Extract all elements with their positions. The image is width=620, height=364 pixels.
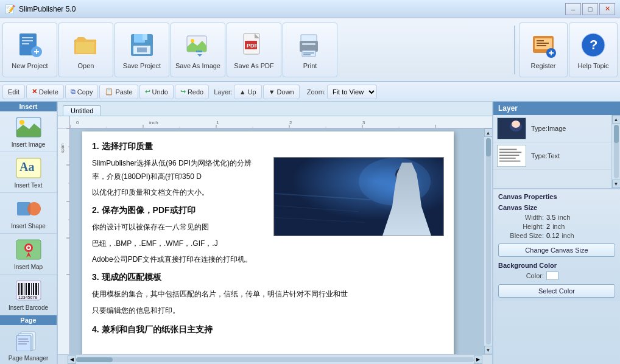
- canvas-scroll[interactable]: 1. 选择打印质量: [70, 128, 484, 354]
- insert-image-button[interactable]: Insert Image: [0, 111, 57, 152]
- register-label: Register: [531, 62, 556, 69]
- undo-icon: ↩: [145, 88, 150, 96]
- save-project-button[interactable]: Save Project: [114, 23, 169, 77]
- svg-rect-64: [18, 341, 29, 342]
- save-as-pdf-label: Save As PDF: [234, 62, 273, 69]
- minimize-button[interactable]: –: [565, 3, 581, 15]
- save-as-pdf-button[interactable]: PDF Save As PDF: [227, 23, 281, 77]
- titlebar-left: 📝 SlimPublisher 5.0: [5, 4, 76, 14]
- svg-rect-30: [537, 40, 544, 41]
- register-button[interactable]: Register: [519, 23, 568, 77]
- copy-button[interactable]: ⧉ Copy: [65, 85, 99, 99]
- hscroll-right[interactable]: ▶: [474, 355, 482, 364]
- vscroll-track[interactable]: [486, 138, 491, 345]
- doc-text-5: Adobe公司PDF文件或直接打印在连接的打印机。: [92, 253, 444, 267]
- paste-button[interactable]: 📋 Paste: [99, 85, 138, 99]
- open-button[interactable]: Open: [58, 23, 113, 77]
- insert-shape-icon: [14, 197, 43, 221]
- layer-type-text: Type:Text: [531, 152, 560, 159]
- insert-shape-button[interactable]: Insert Shape: [0, 193, 57, 234]
- sidebar: Insert Insert Image Aa Insert Text: [0, 102, 58, 364]
- insert-barcode-label: Insert Barcode: [9, 304, 48, 311]
- svg-rect-13: [137, 47, 147, 52]
- canvas-vscrollbar[interactable]: ▲ ▼: [484, 128, 492, 354]
- canvas-props-title: Canvas Properties: [498, 193, 615, 200]
- paste-icon: 📋: [105, 88, 113, 96]
- save-project-label: Save Project: [123, 62, 161, 69]
- svg-rect-50: [18, 283, 19, 295]
- bleed-value: 0.12: [546, 232, 559, 239]
- svg-rect-63: [18, 338, 28, 340]
- svg-text:3: 3: [362, 120, 365, 125]
- insert-text-button[interactable]: Aa Insert Text: [0, 152, 57, 193]
- select-color-button[interactable]: Select Color: [498, 284, 615, 298]
- undo-button[interactable]: ↩ Undo: [139, 85, 174, 99]
- color-row: Color:: [498, 271, 615, 280]
- svg-text:0: 0: [76, 120, 79, 125]
- help-topic-button[interactable]: ? Help Topic: [569, 23, 618, 77]
- hscroll-left[interactable]: ◀: [68, 355, 76, 364]
- hscroll-thumb[interactable]: [76, 357, 113, 362]
- layer-item-text[interactable]: Type:Text: [493, 142, 611, 170]
- doc-heading-1: 1. 选择打印质量: [92, 139, 444, 154]
- svg-rect-11: [143, 34, 147, 40]
- zoom-select[interactable]: Fit to View 50% 75% 100% 150% 200%: [327, 85, 377, 99]
- up-button[interactable]: ▲ Up: [234, 85, 262, 99]
- page-manager-button[interactable]: Page Manager: [0, 325, 57, 364]
- svg-rect-1: [22, 37, 33, 38]
- doc-content: 1. 选择打印质量: [92, 139, 444, 338]
- svg-rect-26: [303, 52, 314, 54]
- layer-vscroll-thumb[interactable]: [614, 125, 619, 143]
- save-as-image-icon: [183, 30, 213, 60]
- titlebar-controls: – □ ✕: [565, 3, 615, 15]
- ruler-corner: [58, 116, 70, 128]
- svg-rect-17: [196, 51, 202, 52]
- svg-rect-54: [28, 283, 30, 295]
- layer-item-image[interactable]: Type:Image: [493, 115, 611, 142]
- print-label: Print: [303, 62, 317, 69]
- svg-point-93: [396, 170, 411, 187]
- vscroll-thumb[interactable]: [486, 138, 491, 156]
- down-button[interactable]: ▼ Down: [263, 85, 300, 99]
- svg-point-40: [19, 120, 24, 125]
- color-label: Color:: [498, 272, 544, 279]
- layer-type-image: Type:Image: [531, 125, 566, 132]
- canvas-hscrollbar[interactable]: ◀ ▶: [58, 354, 492, 364]
- save-project-icon: [127, 30, 157, 60]
- vscroll-up[interactable]: ▲: [484, 128, 493, 137]
- new-project-label: New Project: [12, 62, 48, 69]
- copy-icon: ⧉: [71, 88, 76, 96]
- delete-button[interactable]: ✕ Delete: [26, 85, 64, 99]
- svg-point-48: [27, 247, 30, 249]
- edit-button[interactable]: Edit: [2, 85, 25, 99]
- print-button[interactable]: Print: [283, 23, 337, 77]
- svg-rect-57: [35, 283, 37, 295]
- height-unit: inch: [552, 223, 565, 230]
- hscroll-track[interactable]: [76, 357, 474, 362]
- svg-rect-27: [303, 54, 311, 55]
- maximize-button[interactable]: □: [582, 3, 598, 15]
- save-as-image-button[interactable]: Save As Image: [171, 23, 225, 77]
- document-tab[interactable]: Untitled: [63, 105, 101, 116]
- svg-rect-8: [76, 42, 94, 53]
- svg-text:PDF: PDF: [247, 43, 258, 49]
- layer-vscrollbar[interactable]: ▲ ▼: [611, 115, 620, 188]
- insert-barcode-button[interactable]: 12345678 Insert Barcode: [0, 275, 57, 315]
- close-button[interactable]: ✕: [599, 3, 615, 15]
- vscroll-down[interactable]: ▼: [484, 346, 493, 354]
- layer-vscroll-down[interactable]: ▼: [612, 180, 621, 188]
- svg-text:inch: inch: [149, 120, 158, 125]
- change-canvas-button[interactable]: Change Canvas Size: [498, 243, 615, 257]
- new-project-button[interactable]: New Project: [2, 23, 57, 77]
- layer-vscroll-up[interactable]: ▲: [612, 115, 621, 124]
- redo-button[interactable]: ↪ Redo: [175, 85, 209, 99]
- doc-image[interactable]: [273, 157, 444, 236]
- layer-vscroll-track[interactable]: [614, 125, 619, 178]
- svg-rect-96: [399, 187, 409, 205]
- insert-map-button[interactable]: Insert Map: [0, 234, 57, 275]
- page-section-header: Page: [0, 315, 57, 325]
- svg-rect-58: [38, 283, 39, 295]
- canvas-area: Untitled 0 inch 1 2 3: [58, 102, 492, 364]
- delete-icon: ✕: [32, 88, 37, 96]
- tab-bar: Untitled: [58, 102, 492, 116]
